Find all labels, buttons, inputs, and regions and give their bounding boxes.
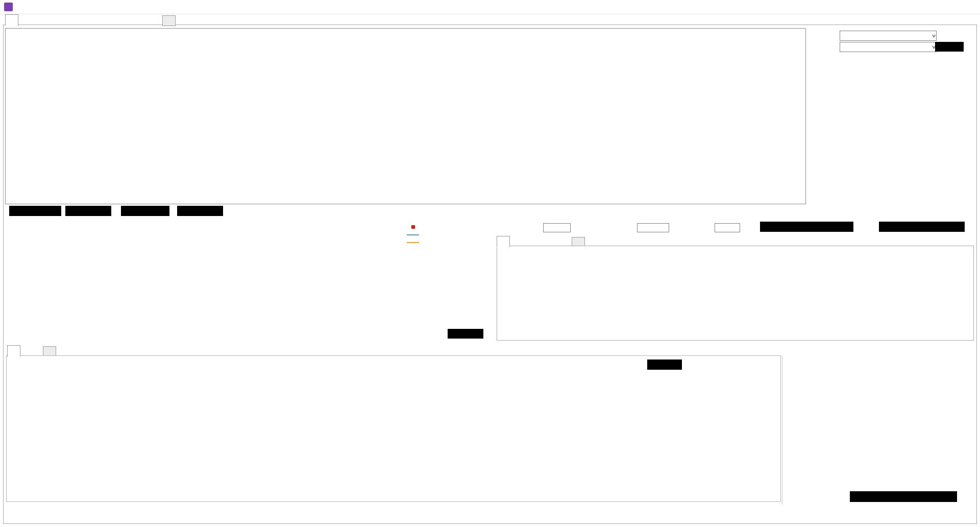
x-axis-select[interactable]: ∨ xyxy=(840,31,937,41)
allocation-area-chart xyxy=(31,356,648,499)
scatter-export-button[interactable] xyxy=(935,42,964,52)
panel-divider xyxy=(782,355,782,505)
efficient-frontier-chart xyxy=(0,220,498,345)
ef-export-button[interactable] xyxy=(448,329,483,339)
maximize-button[interactable] xyxy=(933,0,957,14)
y-axis-select[interactable]: ∨ xyxy=(840,42,937,52)
minimize-button[interactable] xyxy=(910,0,933,14)
pull-column-button[interactable] xyxy=(177,206,223,216)
chevron-down-icon: ∨ xyxy=(932,33,936,38)
asset-table-container xyxy=(5,28,806,204)
scr-waterfall-button[interactable] xyxy=(65,206,111,216)
tab-aa-chart[interactable] xyxy=(7,345,20,357)
ef2-line-marker xyxy=(407,242,419,243)
ef1-line-marker xyxy=(407,234,419,235)
import-constraints-button[interactable] xyxy=(760,222,853,232)
highest-return-input[interactable] xyxy=(637,223,669,232)
run-ef-calibration-button[interactable] xyxy=(879,222,965,232)
constraints-panel xyxy=(497,246,974,341)
export-selected-ef-button[interactable] xyxy=(850,491,957,502)
ef-chart-legend xyxy=(407,223,422,246)
new-column-button[interactable] xyxy=(121,206,169,216)
export-table-button[interactable] xyxy=(9,206,61,216)
aa-export-button[interactable] xyxy=(647,360,682,370)
tab-numeric-constraints[interactable] xyxy=(497,236,510,247)
app-window: ∨ ∨ xyxy=(0,0,980,527)
tab-asset-allocation[interactable] xyxy=(5,14,18,26)
tab-correlations[interactable] xyxy=(162,15,176,26)
asset-scatter-chart xyxy=(806,53,980,214)
stepsize-input[interactable] xyxy=(715,223,740,232)
current-allocation-marker xyxy=(407,225,419,229)
close-button[interactable] xyxy=(957,0,980,14)
app-icon xyxy=(4,3,13,11)
title-bar xyxy=(0,0,980,14)
current-allocation-bar-chart xyxy=(688,357,779,503)
lowest-return-input[interactable] xyxy=(543,223,571,232)
